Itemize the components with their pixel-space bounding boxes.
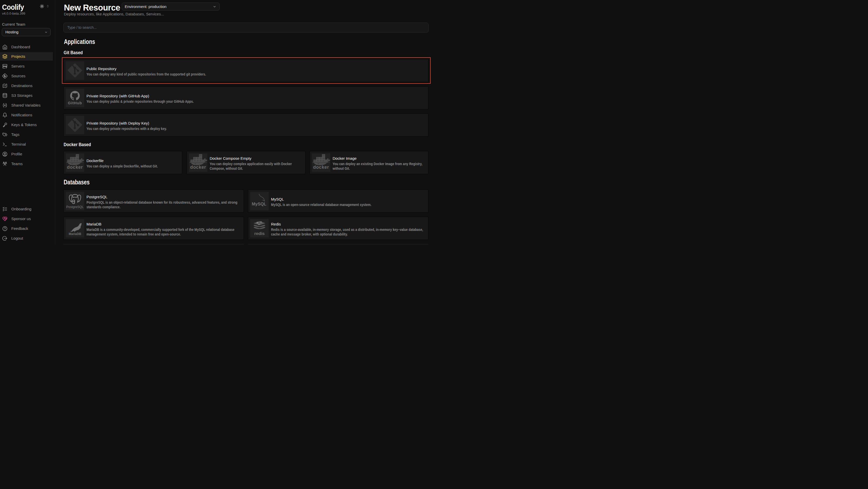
svg-text:PostgreSQL: PostgreSQL xyxy=(66,205,84,209)
svg-text:MariaDB: MariaDB xyxy=(69,232,81,236)
svg-text:docker: docker xyxy=(313,165,329,170)
svg-text:GitHub: GitHub xyxy=(68,101,82,105)
svg-text:docker: docker xyxy=(190,165,206,170)
svg-text:docker: docker xyxy=(67,165,83,170)
svg-text:MySQL: MySQL xyxy=(252,202,267,206)
svg-text:redis: redis xyxy=(254,231,265,236)
